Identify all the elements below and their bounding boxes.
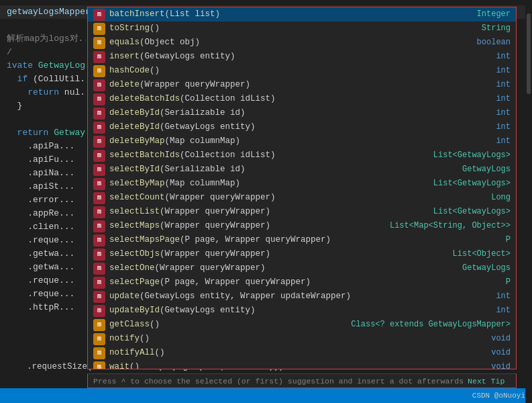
autocomplete-item[interactable]: mnotify()void xyxy=(88,332,516,346)
autocomplete-item[interactable]: mhashCode()int xyxy=(88,64,516,78)
autocomplete-item[interactable]: minsert(GetwayLogs entity)int xyxy=(88,50,516,64)
status-bar: CSDN @oNuoyi xyxy=(0,388,532,403)
autocomplete-item[interactable]: mselectObjs(Wrapper queryWrapper)List<Ob… xyxy=(88,247,516,261)
method-name: selectBatchIds(Collection idList) xyxy=(109,148,427,163)
method-icon: m xyxy=(93,23,105,35)
autocomplete-item[interactable]: mselectOne(Wrapper queryWrapper)GetwayLo… xyxy=(88,261,516,275)
autocomplete-item[interactable]: mupdate(GetwayLogs entity, Wrapper updat… xyxy=(88,289,516,304)
return-type: boolean xyxy=(470,36,511,50)
return-type: String xyxy=(475,21,511,36)
method-name: updateById(GetwayLogs entity) xyxy=(109,304,489,318)
method-name: toString() xyxy=(109,21,475,36)
method-icon: m xyxy=(93,164,105,176)
autocomplete-item[interactable]: mselectList(Wrapper queryWrapper)List<Ge… xyxy=(88,205,516,219)
method-icon: m xyxy=(93,150,105,162)
watermark: CSDN @oNuoyi xyxy=(472,392,525,400)
autocomplete-item[interactable]: mgetClass()Class<? extends GetwayLogsMap… xyxy=(88,318,516,332)
method-icon: m xyxy=(93,79,105,91)
method-icon: m xyxy=(93,305,105,317)
next-tip-link[interactable]: Next Tip xyxy=(468,377,504,386)
return-type: Long xyxy=(484,191,511,205)
autocomplete-item[interactable]: mselectMapsPage(P page, Wrapper queryWra… xyxy=(88,233,516,247)
method-icon: m xyxy=(93,136,105,148)
scrollbar[interactable] xyxy=(525,0,532,403)
method-name: selectByMap(Map columnMap) xyxy=(109,177,427,191)
autocomplete-item[interactable]: mequals(Object obj)boolean xyxy=(88,36,516,50)
return-type: GetwayLogs xyxy=(456,261,511,275)
return-type: List<GetwayLogs> xyxy=(427,148,511,163)
return-type: Class<? extends GetwayLogsMapper> xyxy=(344,318,511,332)
method-name: insert(GetwayLogs entity) xyxy=(109,50,489,64)
code-line: .getwa... xyxy=(0,261,86,274)
code-line: .apiSt... xyxy=(0,180,86,193)
method-icon: m xyxy=(93,234,105,247)
code-line: .reque... xyxy=(0,287,86,301)
autocomplete-item[interactable]: mdeleteBatchIds(Collection idList)int xyxy=(88,92,516,106)
hint-bar: Press ^ to choose the selected (or first… xyxy=(87,373,517,388)
method-name: notifyAll() xyxy=(109,346,484,360)
return-type: int xyxy=(489,78,511,92)
method-name: getClass() xyxy=(109,318,344,332)
autocomplete-item[interactable]: mwait()void xyxy=(88,360,516,369)
method-name: hashCode() xyxy=(109,64,489,78)
method-icon: m xyxy=(93,249,105,261)
method-name: wait() xyxy=(109,360,484,369)
autocomplete-item[interactable]: mselectPage(P page, Wrapper queryWrapper… xyxy=(88,275,516,289)
scrollbar-thumb[interactable] xyxy=(527,13,531,94)
autocomplete-item[interactable]: mdelete(Wrapper queryWrapper)int xyxy=(88,78,516,92)
code-line: .error... xyxy=(0,193,86,207)
return-type: P xyxy=(499,275,511,289)
code-line: .reque... xyxy=(0,234,86,247)
code-line: .appRe... xyxy=(0,207,86,220)
method-icon: m xyxy=(93,277,105,289)
method-icon: m xyxy=(93,192,105,204)
method-icon: m xyxy=(93,361,105,370)
autocomplete-item[interactable]: mselectById(Serializable id)GetwayLogs xyxy=(88,163,516,177)
hint-text: Press ^ to choose the selected (or first… xyxy=(93,377,464,386)
return-type: int xyxy=(489,64,511,78)
code-line: .clien... xyxy=(0,220,86,234)
autocomplete-item[interactable]: mselectBatchIds(Collection idList)List<G… xyxy=(88,148,516,163)
autocomplete-item[interactable]: mdeleteById(Serializable id)int xyxy=(88,106,516,120)
method-icon: m xyxy=(93,263,105,275)
autocomplete-item[interactable]: mbatchInsert(List list)Integer xyxy=(88,7,516,21)
return-type: Integer xyxy=(470,7,511,21)
autocomplete-item[interactable]: mnotifyAll()void xyxy=(88,346,516,360)
return-type: int xyxy=(489,120,511,134)
method-name: deleteById(GetwayLogs entity) xyxy=(109,120,489,134)
code-line xyxy=(0,113,86,126)
return-type: int xyxy=(489,106,511,120)
method-name: equals(Object obj) xyxy=(109,36,470,50)
method-name: deleteByMap(Map columnMap) xyxy=(109,134,489,148)
autocomplete-item[interactable]: mselectCount(Wrapper queryWrapper)Long xyxy=(88,191,516,205)
return-type: List<Map<String, Object>> xyxy=(383,219,511,233)
return-type: List<Object> xyxy=(446,247,511,261)
method-name: selectMaps(Wrapper queryWrapper) xyxy=(109,219,383,233)
return-type: int xyxy=(489,134,511,148)
autocomplete-item[interactable]: mdeleteById(GetwayLogs entity)int xyxy=(88,120,516,134)
method-icon: m xyxy=(93,122,105,134)
method-name: deleteById(Serializable id) xyxy=(109,106,489,120)
return-type: int xyxy=(489,304,511,318)
method-icon: m xyxy=(93,347,105,359)
return-type: List<GetwayLogs> xyxy=(427,177,511,191)
method-icon: m xyxy=(93,37,105,49)
autocomplete-item[interactable]: mselectByMap(Map columnMap)List<GetwayLo… xyxy=(88,177,516,191)
code-line: ivate GetwayLogs... xyxy=(0,59,86,73)
autocomplete-item[interactable]: mtoString()String xyxy=(88,21,516,36)
return-type: List<GetwayLogs> xyxy=(427,205,511,219)
code-line: return nul... xyxy=(0,86,86,99)
method-icon: m xyxy=(93,93,105,105)
autocomplete-item[interactable]: mselectMaps(Wrapper queryWrapper)List<Ma… xyxy=(88,219,516,233)
return-type: int xyxy=(489,289,511,304)
return-type: GetwayLogs xyxy=(456,163,511,177)
method-name: notify() xyxy=(109,332,484,346)
autocomplete-popup: mbatchInsert(List list)IntegermtoString(… xyxy=(87,7,517,369)
method-icon: m xyxy=(93,51,105,63)
return-type: void xyxy=(484,346,511,360)
code-line: return Getway... xyxy=(0,126,86,140)
autocomplete-item[interactable]: mdeleteByMap(Map columnMap)int xyxy=(88,134,516,148)
autocomplete-item[interactable]: mupdateById(GetwayLogs entity)int xyxy=(88,304,516,318)
method-name: batchInsert(List list) xyxy=(109,7,470,21)
method-icon: m xyxy=(93,220,105,232)
